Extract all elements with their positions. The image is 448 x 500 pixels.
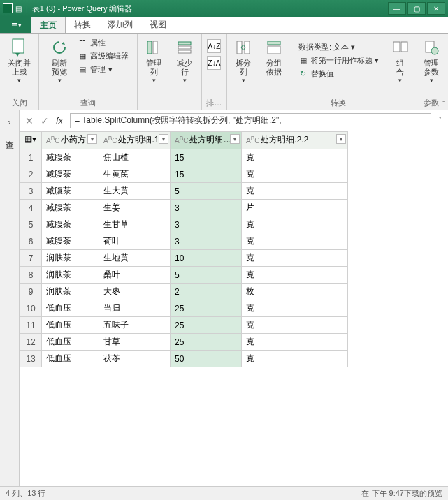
manage-cols-button[interactable]: 管理 列▾ — [138, 36, 169, 85]
cell[interactable]: 克 — [242, 317, 348, 334]
cell[interactable]: 3 — [171, 233, 242, 250]
cell[interactable]: 生黄芪 — [99, 166, 171, 183]
cell[interactable]: 克 — [242, 300, 348, 317]
manage-params-button[interactable]: 管理 参数▾ — [416, 36, 447, 85]
cell[interactable]: 生地黄 — [99, 250, 171, 267]
table-row[interactable]: 1减腹茶焦山楂15克 — [20, 149, 348, 166]
row-number[interactable]: 13 — [20, 351, 42, 367]
col-header-3[interactable]: ABC处方明细…▾ — [171, 132, 242, 149]
tab-view[interactable]: 视图 — [141, 17, 175, 33]
file-tab[interactable]: ▾ — [0, 17, 31, 33]
corner-cell[interactable]: ▦▾ — [20, 132, 42, 149]
row-number[interactable]: 7 — [20, 250, 42, 267]
table-row[interactable]: 9润肤茶大枣2枚 — [20, 284, 348, 300]
accept-formula-button[interactable]: ✓ — [41, 115, 49, 126]
cell[interactable]: 克 — [242, 183, 348, 200]
cell[interactable]: 5 — [171, 183, 242, 200]
maximize-button[interactable]: ▢ — [407, 2, 426, 15]
tab-transform[interactable]: 转换 — [66, 17, 99, 33]
close-button[interactable]: ✕ — [427, 2, 445, 15]
minimize-button[interactable]: — — [388, 2, 406, 15]
cell[interactable]: 减腹茶 — [42, 216, 99, 233]
cell[interactable]: 低血压 — [42, 334, 99, 351]
table-row[interactable]: 12低血压甘草25克 — [20, 334, 348, 351]
group-by-button[interactable]: 分组 依据 — [259, 36, 289, 78]
tab-addcolumn[interactable]: 添加列 — [99, 17, 141, 33]
cell[interactable]: 减腹茶 — [42, 233, 99, 250]
advanced-editor-button[interactable]: ▦高级编辑器 — [78, 51, 129, 61]
cell[interactable]: 克 — [242, 250, 348, 267]
refresh-button[interactable]: 刷新 预览▾ — [44, 36, 75, 85]
sort-asc-button[interactable]: A↓Z — [207, 39, 221, 53]
cell[interactable]: 茯苓 — [99, 351, 171, 367]
combine-button[interactable]: 组 合▾ — [385, 36, 416, 85]
cell[interactable]: 五味子 — [99, 317, 171, 334]
table-row[interactable]: 4减腹茶生姜3片 — [20, 200, 348, 216]
cell[interactable]: 2 — [171, 284, 242, 300]
cell[interactable]: 3 — [171, 216, 242, 233]
cell[interactable]: 克 — [242, 267, 348, 284]
row-number[interactable]: 5 — [20, 216, 42, 233]
cell[interactable]: 克 — [242, 351, 348, 367]
cell[interactable]: 减腹茶 — [42, 166, 99, 183]
cell[interactable]: 10 — [171, 250, 242, 267]
cell[interactable]: 15 — [171, 166, 242, 183]
data-grid[interactable]: ▦▾ ABC小药方▾ ABC处方明细.1▾ ABC处方明细…▾ ABC处方明细.… — [20, 131, 448, 486]
cell[interactable]: 克 — [242, 149, 348, 166]
row-number[interactable]: 3 — [20, 183, 42, 200]
reduce-rows-button[interactable]: 减少 行▾ — [169, 36, 200, 85]
qat-icon[interactable]: ▤ — [15, 5, 22, 13]
cell[interactable]: 25 — [171, 317, 242, 334]
cell[interactable]: 减腹茶 — [42, 183, 99, 200]
cell[interactable]: 片 — [242, 200, 348, 216]
queries-pane-collapsed[interactable]: › 查询 — [0, 110, 20, 486]
tab-home[interactable]: 主页 — [31, 17, 66, 33]
cell[interactable]: 减腹茶 — [42, 200, 99, 216]
cell[interactable]: 生甘草 — [99, 216, 171, 233]
cell[interactable]: 25 — [171, 300, 242, 317]
table-row[interactable]: 5减腹茶生甘草3克 — [20, 216, 348, 233]
cancel-formula-button[interactable]: ✕ — [25, 115, 34, 126]
cell[interactable]: 低血压 — [42, 351, 99, 367]
row-number[interactable]: 9 — [20, 284, 42, 300]
use-first-row-header-button[interactable]: ▦将第一行用作标题 ▾ — [298, 55, 379, 66]
datatype-button[interactable]: 数据类型: 文本 ▾ — [298, 42, 379, 52]
filter-dd-icon[interactable]: ▾ — [230, 134, 240, 144]
cell[interactable]: 生姜 — [99, 200, 171, 216]
cell[interactable]: 5 — [171, 267, 242, 284]
filter-dd-icon[interactable]: ▾ — [159, 134, 168, 144]
cell[interactable]: 低血压 — [42, 300, 99, 317]
cell[interactable]: 3 — [171, 200, 242, 216]
row-number[interactable]: 11 — [20, 317, 42, 334]
cell[interactable]: 枚 — [242, 284, 348, 300]
row-number[interactable]: 1 — [20, 149, 42, 166]
formula-input[interactable]: = Table.SplitColumn(按照字符转换拆分列, "处方明细.2", — [70, 113, 431, 128]
cell[interactable]: 克 — [242, 233, 348, 250]
cell[interactable]: 50 — [171, 351, 242, 367]
cell[interactable]: 克 — [242, 334, 348, 351]
row-number[interactable]: 2 — [20, 166, 42, 183]
col-header-4[interactable]: ABC处方明细.2.2▾ — [242, 132, 348, 149]
sort-desc-button[interactable]: Z↓A — [207, 56, 221, 70]
close-load-button[interactable]: 关闭并 上载▾ — [4, 36, 35, 85]
cell[interactable]: 低血压 — [42, 317, 99, 334]
cell[interactable]: 克 — [242, 216, 348, 233]
split-col-button[interactable]: 拆分 列▾ — [228, 36, 259, 85]
cell[interactable]: 甘草 — [99, 334, 171, 351]
cell[interactable]: 25 — [171, 334, 242, 351]
row-number[interactable]: 12 — [20, 334, 42, 351]
table-row[interactable]: 3减腹茶生大黄5克 — [20, 183, 348, 200]
expand-chevron-icon[interactable]: › — [8, 117, 11, 127]
row-number[interactable]: 6 — [20, 233, 42, 250]
table-row[interactable]: 2减腹茶生黄芪15克 — [20, 166, 348, 183]
cell[interactable]: 润肤茶 — [42, 250, 99, 267]
row-number[interactable]: 10 — [20, 300, 42, 317]
cell[interactable]: 焦山楂 — [99, 149, 171, 166]
table-row[interactable]: 6减腹茶荷叶3克 — [20, 233, 348, 250]
filter-dd-icon[interactable]: ▾ — [336, 134, 346, 144]
cell[interactable]: 克 — [242, 166, 348, 183]
cell[interactable]: 大枣 — [99, 284, 171, 300]
cell[interactable]: 当归 — [99, 300, 171, 317]
cell[interactable]: 荷叶 — [99, 233, 171, 250]
cell[interactable]: 15 — [171, 149, 242, 166]
